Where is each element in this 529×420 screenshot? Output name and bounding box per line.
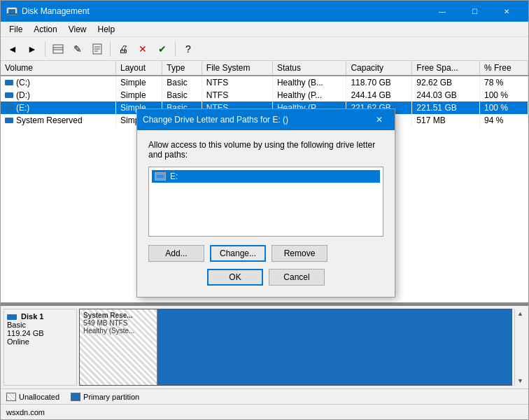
dialog-close-button[interactable]: ✕	[369, 112, 389, 127]
change-button[interactable]: Change...	[210, 245, 266, 262]
drive-path-listbox[interactable]: E:	[148, 167, 383, 237]
change-drive-dialog: Change Drive Letter and Paths for E: () …	[136, 108, 395, 298]
dialog-title-bar: Change Drive Letter and Paths for E: () …	[137, 109, 395, 130]
dialog-body: Allow access to this volume by using the…	[137, 130, 395, 297]
cancel-button[interactable]: Cancel	[269, 269, 325, 286]
ok-button[interactable]: OK	[207, 269, 263, 286]
dialog-action-buttons: Add... Change... Remove	[148, 245, 383, 262]
remove-button[interactable]: Remove	[271, 245, 327, 262]
add-button[interactable]: Add...	[148, 245, 204, 262]
listbox-item-e[interactable]: E:	[152, 170, 380, 183]
listbox-drive-label: E:	[170, 172, 178, 181]
svg-rect-12	[157, 175, 164, 178]
dialog-title-text: Change Drive Letter and Paths for E: ()	[143, 115, 288, 125]
dialog-ok-row: OK Cancel	[148, 269, 383, 290]
drive-icon	[155, 173, 165, 180]
drive-letter-icon	[155, 172, 166, 181]
dialog-description: Allow access to this volume by using the…	[148, 140, 383, 160]
modal-overlay: Change Drive Letter and Paths for E: () …	[0, 0, 529, 420]
